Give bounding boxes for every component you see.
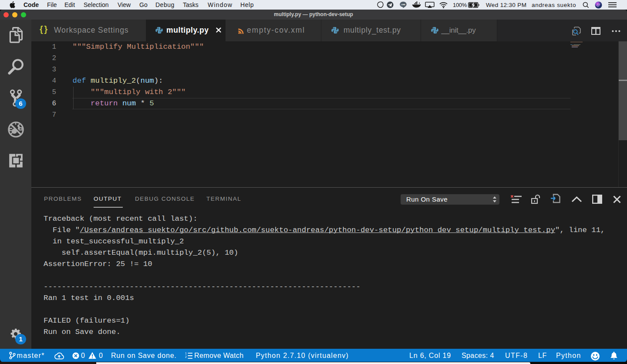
svg-text:1: 1 (185, 352, 187, 355)
svg-text:LINE: LINE (401, 3, 405, 6)
svg-text:2: 2 (185, 355, 187, 358)
